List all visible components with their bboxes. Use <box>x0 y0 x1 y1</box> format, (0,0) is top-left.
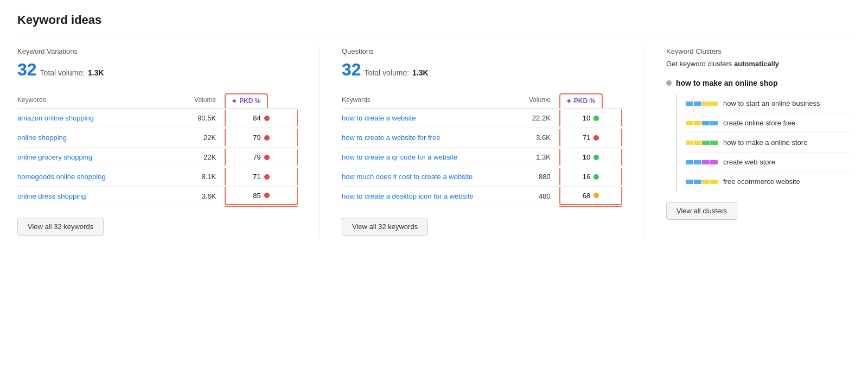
table-row: how to create a website for free 3.6K 71 <box>342 128 622 148</box>
cluster-item-label: create online store free <box>723 119 795 127</box>
list-item: create web store <box>686 153 851 172</box>
keyword-cell: online dress shopping <box>17 187 174 206</box>
cluster-bar-segment <box>694 180 701 184</box>
pkd-q-header-label: PKD % <box>574 97 595 105</box>
cluster-item-label: how to make a online store <box>723 138 807 147</box>
pkd-dot <box>264 135 270 141</box>
keyword-link[interactable]: how to create a qr code for a website <box>342 153 457 161</box>
page-title: Keyword ideas <box>17 13 851 36</box>
cluster-bar-segment <box>702 141 710 145</box>
keyword-cell: online shopping <box>17 128 174 148</box>
cluster-item-label: how to start an online business <box>723 99 820 107</box>
table-row: how to create a desktop icon for a websi… <box>342 187 622 206</box>
cluster-bar-group <box>686 121 718 125</box>
table-row: how to create a website 22.2K 10 <box>342 109 622 128</box>
cluster-bar-segment <box>686 121 693 125</box>
keyword-link[interactable]: amazon online shopping <box>17 114 94 122</box>
cluster-item-label: create web store <box>723 158 775 166</box>
keyword-link[interactable]: online shopping <box>17 134 67 142</box>
pkd-dot <box>593 135 599 141</box>
questions-stats: 32 Total volume: 1.3K <box>342 60 622 80</box>
pkd-cell: 71 <box>559 128 622 148</box>
questions-section: Questions 32 Total volume: 1.3K Keywords… <box>342 47 644 236</box>
table-row: how to create a qr code for a website 1.… <box>342 148 622 167</box>
table-row: amazon online shopping 90.5K 84 <box>17 109 298 128</box>
cluster-bar-segment <box>702 180 710 184</box>
pkd-cell: 84 <box>225 109 298 128</box>
cluster-bar-segment <box>694 141 701 145</box>
keyword-cell: online grocery shopping <box>17 148 174 167</box>
clusters-section: Keyword Clusters Get keyword clusters au… <box>666 47 851 236</box>
volume-cell: 880 <box>515 167 559 187</box>
keyword-link[interactable]: how to create a website <box>342 114 416 122</box>
keyword-cell: how to create a desktop icon for a websi… <box>342 187 515 206</box>
questions-section-title: Questions <box>342 47 622 55</box>
questions-volume-value: 1.3K <box>412 68 429 77</box>
volume-cell: 3.6K <box>174 187 225 206</box>
pkd-cell: 10 <box>559 109 622 128</box>
questions-view-all-button[interactable]: View all 32 keywords <box>342 218 428 236</box>
pkd-dot <box>593 155 599 160</box>
pkd-dot <box>593 193 599 198</box>
table-row: how much does it cost to create a websit… <box>342 167 622 187</box>
pkd-dot <box>593 116 599 121</box>
variations-view-all-button[interactable]: View all 32 keywords <box>17 218 104 236</box>
table-row: online dress shopping 3.6K 85 <box>17 187 298 206</box>
pkd-value: 79 <box>253 153 260 161</box>
pkd-cell: 79 <box>225 148 298 167</box>
list-item: how to make a online store <box>686 133 851 153</box>
cluster-bar-segment <box>702 101 710 106</box>
keyword-link[interactable]: how to create a desktop icon for a websi… <box>342 192 474 200</box>
cluster-items-list: how to start an online business create o… <box>676 94 851 191</box>
volume-cell: 1.3K <box>515 148 559 167</box>
list-item: free ecommerce website <box>686 172 851 191</box>
pkd-value: 16 <box>583 173 590 181</box>
cluster-main-item: how to make an online shop <box>666 79 851 87</box>
keyword-link[interactable]: online dress shopping <box>17 192 86 200</box>
pkd-value: 68 <box>583 192 590 200</box>
keyword-link[interactable]: homegoods online shopping <box>17 173 106 181</box>
variations-count: 32 <box>17 60 37 80</box>
pkd-cell: 71 <box>225 167 298 187</box>
pkd-dot <box>593 174 599 180</box>
keyword-cell: how to create a qr code for a website <box>342 148 515 167</box>
volume-cell: 3.6K <box>515 128 559 148</box>
cluster-bar-group <box>686 160 718 164</box>
questions-col-volume: Volume <box>515 93 559 109</box>
pkd-cell: 10 <box>559 148 622 167</box>
pkd-dot <box>264 174 270 180</box>
pkd-value: 85 <box>253 192 260 200</box>
cluster-main-dot <box>666 80 672 86</box>
keyword-cell: how to create a website <box>342 109 515 128</box>
keyword-link[interactable]: online grocery shopping <box>17 153 92 161</box>
variations-col-keywords: Keywords <box>17 93 174 109</box>
pkd-cell: 85 <box>225 187 298 206</box>
table-row: homegoods online shopping 8.1K 71 <box>17 167 298 187</box>
volume-cell: 90.5K <box>174 109 225 128</box>
cluster-bar-segment <box>702 160 710 164</box>
variations-pkd-header: ✦ PKD % <box>225 93 298 109</box>
cluster-item-label: free ecommerce website <box>723 177 800 186</box>
sparkle-icon-q: ✦ <box>566 97 572 105</box>
variations-section: Keyword Variations 32 Total volume: 1.3K… <box>17 47 320 236</box>
cluster-bar-segment <box>710 180 718 184</box>
variations-volume-label: Total volume: <box>40 68 85 77</box>
cluster-bar-group <box>686 180 718 184</box>
cluster-bar-group <box>686 141 718 145</box>
keyword-link[interactable]: how to create a website for free <box>342 134 440 142</box>
pkd-value: 10 <box>583 114 590 122</box>
cluster-bar-segment <box>710 141 718 145</box>
variations-col-volume: Volume <box>174 93 225 109</box>
keyword-link[interactable]: how much does it cost to create a websit… <box>342 173 473 181</box>
pkd-value: 71 <box>253 173 260 181</box>
cluster-bar-segment <box>694 160 701 164</box>
list-item: create online store free <box>686 113 851 133</box>
cluster-bar-segment <box>686 180 693 184</box>
sparkle-icon: ✦ <box>231 97 237 105</box>
cluster-bar-segment <box>710 121 718 125</box>
pkd-value: 10 <box>583 153 590 161</box>
pkd-cell: 68 <box>559 187 622 206</box>
view-all-clusters-button[interactable]: View all clusters <box>666 202 737 220</box>
cluster-bar-segment <box>686 141 693 145</box>
cluster-bar-group <box>686 101 718 106</box>
